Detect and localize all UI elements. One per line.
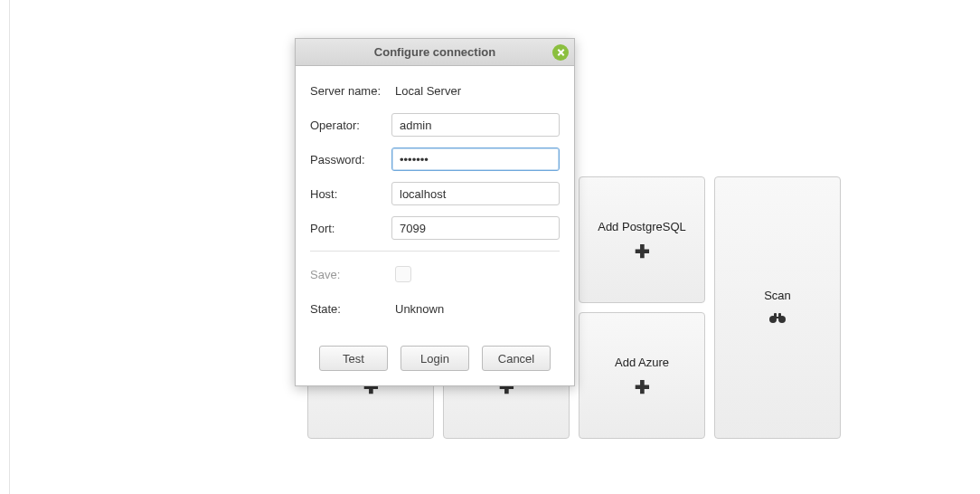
label-password: Password: <box>310 153 391 166</box>
tile-label: Add PostgreSQL <box>598 220 686 233</box>
value-state: Unknown <box>395 302 560 316</box>
dialog-title-text: Configure connection <box>374 45 495 59</box>
test-button[interactable]: Test <box>319 346 388 371</box>
login-button[interactable]: Login <box>400 346 469 371</box>
plus-icon: ✚ <box>635 378 650 396</box>
host-field[interactable] <box>391 182 560 205</box>
operator-field[interactable] <box>391 113 560 137</box>
label-state: State: <box>310 302 395 316</box>
close-icon[interactable] <box>552 44 569 61</box>
save-checkbox[interactable] <box>395 266 411 282</box>
configure-connection-dialog: Configure connection Server name: Local … <box>295 38 575 386</box>
left-divider <box>9 0 10 494</box>
cancel-button[interactable]: Cancel <box>482 346 551 371</box>
label-server-name: Server name: <box>310 84 395 98</box>
tile-add-postgresql[interactable]: Add PostgreSQL ✚ <box>579 176 705 303</box>
password-field[interactable] <box>391 147 560 171</box>
value-server-name: Local Server <box>395 84 560 98</box>
label-operator: Operator: <box>310 119 391 132</box>
tile-add-azure[interactable]: Add Azure ✚ <box>579 312 705 439</box>
port-field[interactable] <box>391 216 560 240</box>
label-save: Save: <box>310 268 395 281</box>
label-port: Port: <box>310 222 391 235</box>
binoculars-icon <box>769 311 786 328</box>
tile-label: Add Azure <box>615 356 669 369</box>
label-host: Host: <box>310 187 391 201</box>
plus-icon: ✚ <box>635 242 650 261</box>
svg-rect-4 <box>776 317 779 318</box>
tile-scan[interactable]: Scan <box>714 176 841 439</box>
dialog-body: Server name: Local Server Operator: Pass… <box>296 66 574 335</box>
dialog-buttons: Test Login Cancel <box>296 335 574 385</box>
dialog-titlebar: Configure connection <box>296 39 574 66</box>
tile-label: Scan <box>764 289 791 302</box>
divider <box>310 251 560 252</box>
